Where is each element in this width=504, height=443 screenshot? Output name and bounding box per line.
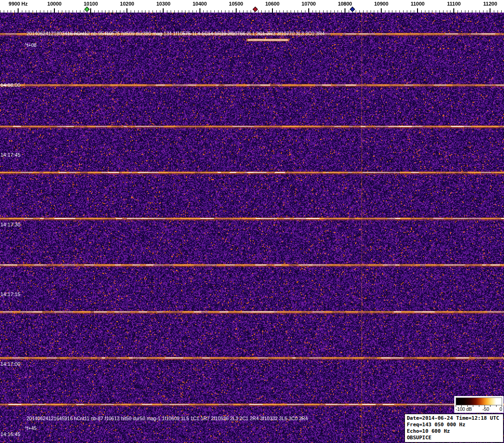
- info-echo-freq: Echo=10 600 Hz: [407, 428, 501, 435]
- legend-label-mid: -50: [483, 407, 489, 412]
- db-scale-labels: -100 dB -50 0: [456, 407, 502, 412]
- freq-major-tick: [199, 8, 200, 13]
- spectrogram-waterfall: [0, 13, 504, 443]
- freq-minor-ticks: [0, 10, 504, 13]
- event-annotation-top: 20140624121803416 hCnt12 nb-95 f10575 hi…: [27, 31, 325, 36]
- time-tick-label: 14:16:45: [0, 431, 20, 437]
- legend-label-min: -100 dB: [456, 407, 472, 412]
- frequency-ruler: 9900 Hz100001010010200103001040010500106…: [0, 0, 504, 13]
- freq-major-tick: [453, 8, 454, 13]
- legend-label-max: 0: [499, 407, 502, 412]
- freq-tick-label: 10800: [338, 1, 352, 7]
- info-station-name: OBSUPICE: [407, 435, 501, 441]
- time-tick-label: 14:18:00: [0, 82, 20, 88]
- freq-major-tick: [490, 8, 491, 13]
- freq-tick-label: 11100: [447, 1, 461, 7]
- info-date-time: Date=2014-06-24 Time=12:18 UTC: [407, 415, 501, 422]
- freq-tick-label: 10700: [302, 1, 316, 7]
- freq-major-tick: [126, 8, 127, 13]
- freq-major-tick: [163, 8, 164, 13]
- meteor-spectrogram-window: 9900 Hz100001010010200103001040010500106…: [0, 0, 504, 443]
- freq-major-tick: [417, 8, 418, 13]
- event-annotation-bottom: 20140624121645916 hCnt11 nb-87 f10613 hi…: [27, 416, 308, 421]
- freq-tick-label: 10900: [374, 1, 389, 7]
- freq-major-tick: [345, 8, 345, 13]
- freq-tick-label: 11000: [411, 1, 424, 7]
- freq-tick-label: 9900 Hz: [9, 1, 28, 7]
- freq-tick-label: 10000: [47, 1, 62, 7]
- freq-tick-label: 10300: [156, 1, 171, 7]
- info-frequency: Freq=143 050 000 Hz: [407, 422, 501, 428]
- db-gradient-bar: [456, 397, 502, 405]
- db-scale-legend: -100 dB -50 0: [454, 396, 504, 413]
- time-tick-label: 14:17:30: [0, 222, 20, 227]
- freq-major-tick: [236, 8, 237, 13]
- freq-major-tick: [272, 8, 273, 13]
- time-tick-label: 14:17:45: [0, 152, 20, 158]
- time-tick-label: 14:17:00: [0, 361, 20, 367]
- freq-major-tick: [381, 8, 382, 13]
- time-offset-label-bottom: ^t+45: [25, 425, 37, 431]
- status-info-box: Date=2014-06-24 Time=12:18 UTC Freq=143 …: [405, 414, 504, 443]
- freq-major-tick: [54, 8, 55, 13]
- freq-tick-label: 10600: [265, 1, 279, 7]
- time-offset-label-top: ^t+08: [25, 42, 37, 48]
- spectrogram-area: 14:18:0014:17:4514:17:3014:17:1514:17:00…: [0, 13, 504, 443]
- freq-major-tick: [90, 8, 91, 13]
- time-tick-label: 14:17:15: [0, 291, 20, 297]
- freq-tick-label: 10100: [84, 1, 98, 7]
- freq-tick-label: 10400: [192, 1, 207, 7]
- freq-tick-label: 10200: [120, 1, 134, 7]
- freq-major-tick: [18, 8, 19, 13]
- freq-tick-label: 10500: [229, 1, 243, 7]
- freq-tick-label: 11200: [483, 1, 497, 7]
- freq-major-tick: [308, 8, 309, 13]
